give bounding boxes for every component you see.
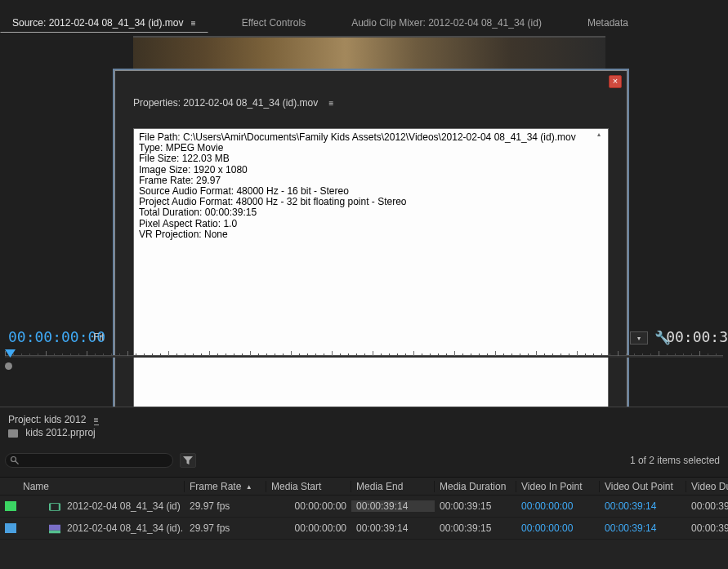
cell-video-in[interactable]: 00:00:00:00 (516, 500, 600, 512)
cell-video-in[interactable]: 00:00:00:00 (516, 522, 600, 534)
col-video-du[interactable]: Video Du (686, 481, 728, 492)
table-header-row: Name Frame Rate ▲ Media Start Media End … (0, 478, 728, 496)
svg-rect-5 (49, 525, 60, 531)
cell-media-start: 00:00:00:00 (266, 500, 351, 512)
close-button[interactable]: × (609, 75, 622, 88)
label-swatch-green[interactable] (5, 501, 16, 511)
cell-media-duration: 00:00:39:15 (435, 500, 516, 512)
col-video-out[interactable]: Video Out Point (600, 481, 686, 492)
svg-rect-3 (49, 503, 51, 510)
tab-source-menu-icon[interactable]: ≡ (191, 19, 196, 28)
properties-title-bar: Properties: 2012-02-04 08_41_34 (id).mov… (127, 94, 615, 120)
sort-asc-icon: ▲ (246, 483, 252, 491)
svg-rect-2 (51, 503, 60, 510)
tab-audio-mixer[interactable]: Audio Clip Mixer: 2012-02-04 08_41_34 (i… (339, 15, 554, 33)
cell-video-out[interactable]: 00:00:39:14 (600, 522, 686, 534)
zoom-fit-label[interactable]: Fit (93, 331, 104, 343)
svg-rect-6 (49, 531, 60, 534)
playback-resolution-dropdown[interactable]: ▾ (630, 331, 648, 345)
tab-audio-mixer-label: Audio Clip Mixer: 2012-02-04 08_41_34 (i… (351, 17, 542, 29)
table-row[interactable]: 2012-02-04 08_41_34 (id) 29.97 fps 00:00… (0, 496, 728, 518)
project-panel-title: Project: kids 2012 (8, 414, 86, 425)
svg-rect-4 (59, 503, 60, 510)
tab-effect-controls-label: Effect Controls (242, 17, 306, 29)
tab-source[interactable]: Source: 2012-02-04 08_41_34 (id).mov ≡ (0, 15, 208, 33)
tab-effect-controls[interactable]: Effect Controls (230, 15, 318, 33)
col-media-end[interactable]: Media End (351, 481, 435, 492)
project-filter-button[interactable] (180, 453, 196, 468)
project-search-input[interactable] (5, 453, 173, 468)
col-media-duration[interactable]: Media Duration (435, 481, 516, 492)
cell-name: 2012-02-04 08_41_34 (id). (62, 522, 185, 534)
properties-scrollbar[interactable]: ▴ ▾ (592, 131, 606, 426)
cell-media-duration: 00:00:39:15 (435, 522, 516, 534)
col-frame-rate[interactable]: Frame Rate ▲ (185, 481, 266, 492)
ruler-knob-icon[interactable] (5, 362, 12, 370)
cell-media-end[interactable]: 00:00:39:14 (351, 500, 435, 512)
cell-frame-rate: 29.97 fps (185, 522, 266, 534)
project-file-name: kids 2012.prproj (25, 427, 95, 438)
cell-video-du: 00:00:39 (686, 522, 728, 534)
project-panel-menu-icon[interactable]: ≡ (94, 416, 99, 425)
chevron-down-icon: ▾ (637, 335, 641, 342)
panel-tabs: Source: 2012-02-04 08_41_34 (id).mov ≡ E… (0, 15, 728, 33)
clip-icon (49, 524, 60, 534)
cell-frame-rate: 29.97 fps (185, 500, 266, 512)
timecode-strip: 00:00:00:00 Fit ▾ 🔧 00:00:3 (0, 323, 728, 371)
table-row[interactable]: 2012-02-04 08_41_34 (id). 29.97 fps 00:0… (0, 518, 728, 540)
properties-text: File Path: C:\Users\Amir\Documents\Famil… (134, 129, 608, 243)
search-icon (10, 456, 20, 465)
tab-metadata[interactable]: Metadata (575, 15, 641, 33)
folder-icon (8, 429, 18, 438)
duration-timecode: 00:00:3 (666, 328, 728, 345)
current-timecode[interactable]: 00:00:00:00 (8, 328, 105, 345)
project-table: Name Frame Rate ▲ Media Start Media End … (0, 477, 728, 569)
properties-text-area[interactable]: File Path: C:\Users\Amir\Documents\Famil… (133, 128, 609, 429)
col-video-in[interactable]: Video In Point (516, 481, 600, 492)
clip-icon (49, 502, 60, 512)
cell-media-end: 00:00:39:14 (351, 522, 435, 534)
properties-title-text: Properties: 2012-02-04 08_41_34 (id).mov (133, 97, 318, 109)
svg-line-1 (16, 461, 19, 465)
properties-window: × Properties: 2012-02-04 08_41_34 (id).m… (113, 69, 629, 449)
cell-media-start: 00:00:00:00 (266, 522, 351, 534)
funnel-icon (181, 454, 195, 467)
cell-video-du: 00:00:39 (686, 500, 728, 512)
tab-source-label: Source: 2012-02-04 08_41_34 (id).mov (12, 17, 183, 29)
project-panel-title-bar: Project: kids 2012 ≡ (0, 407, 728, 427)
tab-metadata-label: Metadata (587, 17, 628, 29)
col-media-start[interactable]: Media Start (266, 481, 351, 492)
cell-name: 2012-02-04 08_41_34 (id) (62, 500, 185, 512)
label-swatch-blue[interactable] (5, 523, 16, 533)
scroll-up-icon[interactable]: ▴ (592, 131, 606, 144)
project-selection-status: 1 of 2 items selected (630, 455, 720, 466)
properties-menu-icon[interactable]: ≡ (328, 99, 333, 108)
col-name[interactable]: Name (18, 481, 185, 492)
time-ruler[interactable] (5, 351, 723, 362)
close-icon: × (613, 76, 618, 86)
project-panel: Project: kids 2012 ≡ kids 2012.prproj 1 … (0, 407, 728, 477)
svg-point-0 (11, 457, 16, 462)
cell-video-out[interactable]: 00:00:39:14 (600, 500, 686, 512)
